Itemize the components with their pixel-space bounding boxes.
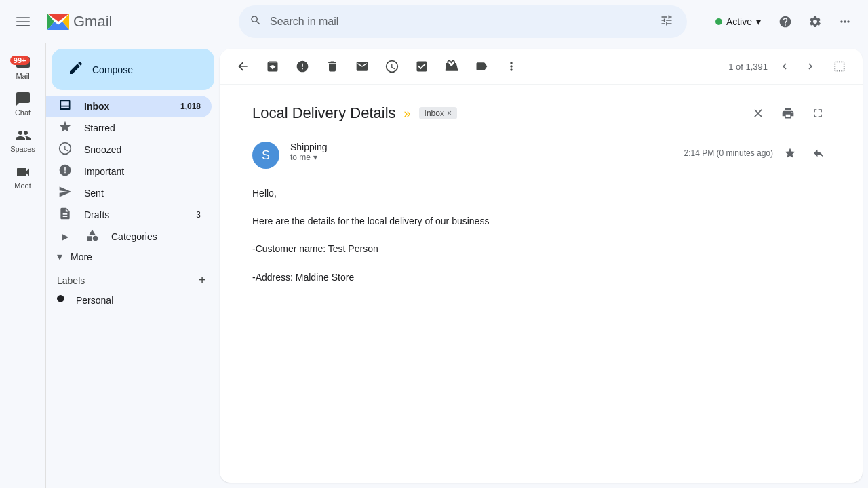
inbox-badge: Inbox × [419, 107, 457, 119]
gmail-logo [46, 9, 71, 34]
more-chevron-icon: ▾ [57, 250, 62, 263]
search-input[interactable] [270, 16, 649, 28]
main: 99+ Mail Chat Spaces Meet Compose [0, 43, 868, 488]
sidebar-item-snoozed[interactable]: Snoozed [46, 139, 212, 161]
logo-area: Gmail [46, 9, 112, 34]
sender-to[interactable]: to me ▾ [290, 152, 673, 162]
expand-button[interactable] [806, 101, 830, 125]
sidebar-item-starred[interactable]: Starred [46, 117, 212, 139]
more-options-button[interactable] [499, 54, 524, 79]
email-subject: Local Delivery Details [252, 104, 396, 122]
categories-icon [84, 228, 100, 245]
sidebar-item-spaces-label: Spaces [10, 145, 35, 153]
sidebar-item-sent[interactable]: Sent [46, 182, 212, 204]
body-line-2: Here are the details for the local deliv… [252, 213, 830, 230]
snooze-button[interactable] [380, 54, 404, 79]
email-content: 1 of 1,391 Local Delivery Details » Inbo [220, 49, 863, 483]
sidebar-item-spaces[interactable]: Spaces [0, 122, 45, 159]
pagination-nav [773, 55, 822, 78]
labels-add-button[interactable]: + [195, 271, 209, 289]
sidebar-item-meet[interactable]: Meet [0, 159, 45, 195]
more-label: More [71, 251, 92, 262]
active-status-button[interactable]: Active ▾ [709, 12, 768, 31]
sidebar-item-meet-label: Meet [14, 182, 31, 190]
drafts-count: 3 [196, 210, 201, 220]
meet-icon [15, 164, 31, 180]
sender-avatar: S [252, 142, 279, 169]
settings-button[interactable] [803, 9, 827, 34]
sent-label: Sent [84, 188, 201, 199]
apps-button[interactable] [833, 9, 857, 34]
prev-email-button[interactable] [773, 55, 796, 78]
sent-icon [57, 185, 73, 202]
compose-icon [68, 60, 84, 79]
report-button[interactable] [290, 54, 315, 79]
forward-icon: » [404, 106, 411, 121]
sidebar-item-drafts[interactable]: Drafts 3 [46, 204, 212, 226]
labels-title: Labels [57, 275, 85, 286]
delete-button[interactable] [320, 54, 344, 79]
sidebar-item-chat[interactable]: Chat [0, 85, 45, 122]
logo-text: Gmail [73, 13, 112, 30]
help-button[interactable] [773, 9, 797, 34]
task-button[interactable] [410, 54, 434, 79]
categories-expand-icon: ▶ [57, 232, 73, 241]
left-icon-sidebar: 99+ Mail Chat Spaces Meet [0, 43, 46, 488]
email-body: Hello, Here are the details for the loca… [252, 185, 830, 286]
inbox-count: 1,018 [180, 102, 201, 111]
email-toolbar: 1 of 1,391 [220, 49, 863, 85]
sidebar-item-inbox[interactable]: Inbox 1,018 [46, 96, 212, 117]
body-line-3: -Customer name: Test Person [252, 241, 830, 258]
inbox-icon [57, 98, 73, 115]
sidebar-item-categories[interactable]: ▶ Categories [46, 226, 212, 247]
close-email-button[interactable] [746, 101, 770, 125]
inbox-label: Inbox [84, 101, 170, 112]
sender-row: S Shipping to me ▾ 2:14 PM (0 minutes ag… [252, 142, 830, 169]
sidebar-item-mail[interactable]: 99+ Mail [0, 49, 45, 85]
svg-rect-2 [16, 25, 30, 26]
drafts-label: Drafts [84, 209, 185, 220]
badge-close-button[interactable]: × [447, 108, 452, 118]
compose-button[interactable]: Compose [52, 49, 214, 90]
sender-name: Shipping [290, 142, 673, 152]
next-email-button[interactable] [799, 55, 822, 78]
reply-button[interactable] [807, 142, 830, 165]
menu-button[interactable] [11, 9, 35, 34]
sidebar-item-important[interactable]: Important [46, 161, 212, 182]
topbar-left: Gmail [11, 9, 228, 34]
sidebar-item-more[interactable]: ▾ More [46, 247, 220, 266]
search-options-button[interactable] [657, 11, 676, 33]
label-item-personal[interactable]: Personal [57, 292, 209, 308]
pagination-text: 1 of 1,391 [728, 62, 768, 72]
label-icon [57, 295, 68, 306]
inbox-badge-text: Inbox [425, 108, 444, 118]
mark-unread-button[interactable] [350, 54, 374, 79]
sidebar-item-chat-label: Chat [15, 108, 31, 117]
sender-to-text: to me [290, 152, 311, 162]
back-button[interactable] [231, 54, 255, 79]
snoozed-icon [57, 142, 73, 159]
view-toggle-button[interactable] [827, 54, 852, 79]
email-actions-right [746, 101, 830, 125]
compose-label: Compose [92, 64, 133, 75]
sender-meta: 2:14 PM (0 minutes ago) [684, 142, 830, 165]
active-label: Active [726, 16, 752, 27]
labels-section: Labels + Personal [46, 266, 220, 314]
search-icon [250, 14, 262, 30]
label-button[interactable] [469, 54, 494, 79]
starred-icon [57, 120, 73, 137]
drafts-icon [57, 207, 73, 224]
star-email-button[interactable] [778, 142, 802, 165]
svg-rect-0 [16, 17, 30, 18]
move-button[interactable] [439, 54, 464, 79]
email-view: Local Delivery Details » Inbox × [220, 85, 863, 483]
archive-button[interactable] [260, 54, 285, 79]
active-dot [715, 18, 722, 25]
sender-to-chevron: ▾ [313, 152, 317, 162]
labels-header: Labels + [57, 271, 209, 289]
sidebar-item-mail-label: Mail [16, 72, 29, 80]
starred-label: Starred [84, 123, 201, 134]
sender-info: Shipping to me ▾ [290, 142, 673, 162]
important-icon [57, 163, 73, 180]
print-button[interactable] [776, 101, 800, 125]
